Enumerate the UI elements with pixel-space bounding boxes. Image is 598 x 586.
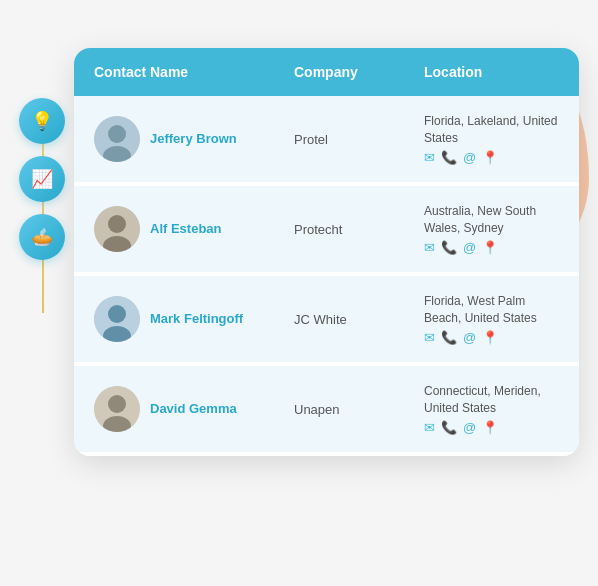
contact-name-4[interactable]: David Gemma [150,400,237,418]
avatar-2 [94,206,140,252]
location-cell-2: Australia, New South Wales, Sydney ✉ 📞 @… [424,203,559,256]
table-row: Jeffery Brown Protel Florida, Lakeland, … [74,96,579,186]
contact-icons-4: ✉ 📞 @ 📍 [424,420,559,435]
email-icon-2[interactable]: ✉ [424,240,435,255]
pin-icon-3[interactable]: 📍 [482,330,498,345]
contact-name-3[interactable]: Mark Feltingoff [150,310,243,328]
svg-point-1 [108,125,126,143]
email-icon-3[interactable]: ✉ [424,330,435,345]
location-text-4: Connecticut, Meriden, United States [424,383,559,417]
sidebar: 💡 📈 🥧 [19,98,65,260]
lightbulb-icon[interactable]: 💡 [19,98,65,144]
col-location: Location [424,64,559,80]
contact-cell-4: David Gemma [94,386,294,432]
company-cell-1: Protel [294,132,424,147]
phone-icon-3[interactable]: 📞 [441,330,457,345]
email-icon-1[interactable]: ✉ [424,150,435,165]
phone-icon-2[interactable]: 📞 [441,240,457,255]
table-row: Alf Esteban Protecht Australia, New Sout… [74,186,579,276]
main-container: 💡 📈 🥧 Contact Name Company Location [19,18,579,568]
at-icon-3[interactable]: @ [463,330,476,345]
avatar-3 [94,296,140,342]
chart-bar-icon[interactable]: 📈 [19,156,65,202]
table-row: Mark Feltingoff JC White Florida, West P… [74,276,579,366]
phone-icon-4[interactable]: 📞 [441,420,457,435]
email-icon-4[interactable]: ✉ [424,420,435,435]
contact-icons-2: ✉ 📞 @ 📍 [424,240,559,255]
location-cell-1: Florida, Lakeland, United States ✉ 📞 @ 📍 [424,113,559,166]
col-contact-name: Contact Name [94,64,294,80]
at-icon-2[interactable]: @ [463,240,476,255]
table-row: David Gemma Unapen Connecticut, Meriden,… [74,366,579,456]
contact-icons-1: ✉ 📞 @ 📍 [424,150,559,165]
company-cell-2: Protecht [294,222,424,237]
company-cell-3: JC White [294,312,424,327]
location-text-3: Florida, West Palm Beach, United States [424,293,559,327]
avatar-4 [94,386,140,432]
phone-icon-1[interactable]: 📞 [441,150,457,165]
location-cell-3: Florida, West Palm Beach, United States … [424,293,559,346]
contacts-card: Contact Name Company Location Jeffery Br… [74,48,579,456]
contact-icons-3: ✉ 📞 @ 📍 [424,330,559,345]
table-body: Jeffery Brown Protel Florida, Lakeland, … [74,96,579,456]
contact-cell-2: Alf Esteban [94,206,294,252]
pin-icon-4[interactable]: 📍 [482,420,498,435]
contact-name-1[interactable]: Jeffery Brown [150,130,237,148]
col-company: Company [294,64,424,80]
contact-name-2[interactable]: Alf Esteban [150,220,222,238]
pie-chart-icon[interactable]: 🥧 [19,214,65,260]
svg-point-10 [108,395,126,413]
contact-cell-1: Jeffery Brown [94,116,294,162]
company-cell-4: Unapen [294,402,424,417]
location-text-2: Australia, New South Wales, Sydney [424,203,559,237]
pin-icon-2[interactable]: 📍 [482,240,498,255]
pin-icon-1[interactable]: 📍 [482,150,498,165]
location-cell-4: Connecticut, Meriden, United States ✉ 📞 … [424,383,559,436]
at-icon-4[interactable]: @ [463,420,476,435]
table-header: Contact Name Company Location [74,48,579,96]
location-text-1: Florida, Lakeland, United States [424,113,559,147]
svg-point-7 [108,305,126,323]
contact-cell-3: Mark Feltingoff [94,296,294,342]
avatar-1 [94,116,140,162]
svg-point-4 [108,215,126,233]
at-icon-1[interactable]: @ [463,150,476,165]
